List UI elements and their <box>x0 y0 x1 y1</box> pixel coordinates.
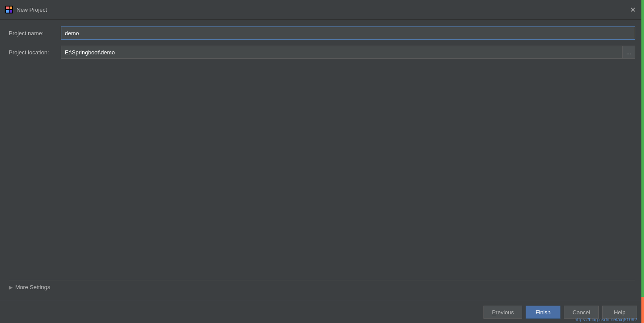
footer-link: https://blog.csdn.net/xq61092 <box>574 317 637 322</box>
dialog-footer: Previous Finish Cancel Help https://blog… <box>0 301 644 323</box>
svg-rect-3 <box>6 10 9 13</box>
accent-orange <box>641 297 644 323</box>
project-location-row: Project location: ... <box>9 46 635 59</box>
app-icon <box>5 6 13 13</box>
svg-rect-4 <box>10 10 12 13</box>
svg-rect-1 <box>6 7 9 9</box>
title-bar: New Project ✕ <box>0 0 644 20</box>
close-button[interactable]: ✕ <box>627 3 639 16</box>
right-accent-bar <box>641 0 644 323</box>
project-name-row: Project name: <box>9 27 635 40</box>
dialog-title: New Project <box>17 7 627 13</box>
accent-green <box>641 0 644 297</box>
project-location-input[interactable] <box>61 46 622 59</box>
more-settings-row[interactable]: ▶ More Settings <box>9 280 635 294</box>
svg-rect-2 <box>10 7 12 9</box>
project-location-label: Project location: <box>9 49 61 56</box>
previous-button[interactable]: Previous <box>483 306 522 319</box>
more-settings-label: More Settings <box>15 284 50 290</box>
more-settings-arrow-icon: ▶ <box>9 284 13 290</box>
dialog-content: Project name: Project location: ... ▶ Mo… <box>0 20 644 301</box>
previous-label: Previous <box>492 309 514 316</box>
project-name-input[interactable] <box>61 27 635 40</box>
project-name-label: Project name: <box>9 30 61 37</box>
browse-button[interactable]: ... <box>622 46 635 59</box>
content-spacer <box>9 65 635 280</box>
new-project-dialog: New Project ✕ Project name: Project loca… <box>0 0 644 323</box>
finish-button[interactable]: Finish <box>526 306 560 319</box>
